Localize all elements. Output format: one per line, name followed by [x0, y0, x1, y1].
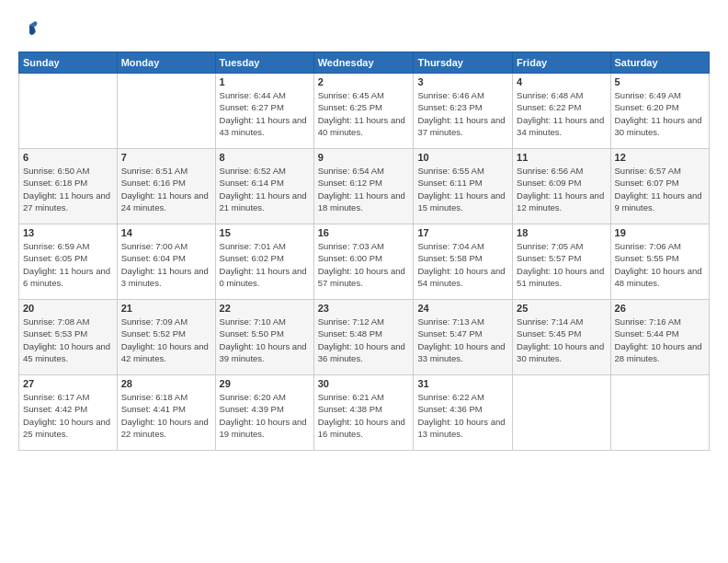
day-info: Sunrise: 7:05 AM Sunset: 5:57 PM Dayligh…	[517, 240, 606, 289]
day-info: Sunrise: 6:22 AM Sunset: 4:36 PM Dayligh…	[417, 391, 508, 440]
day-info: Sunrise: 7:04 AM Sunset: 5:58 PM Dayligh…	[417, 240, 508, 289]
calendar-cell: 24Sunrise: 7:13 AM Sunset: 5:47 PM Dayli…	[414, 300, 513, 375]
header	[18, 15, 710, 42]
day-info: Sunrise: 7:16 AM Sunset: 5:44 PM Dayligh…	[615, 316, 705, 364]
calendar-cell	[19, 74, 118, 149]
day-number: 3	[417, 76, 508, 87]
day-number: 19	[615, 227, 705, 238]
weekday-header-saturday: Saturday	[610, 52, 709, 74]
day-number: 13	[23, 227, 113, 238]
day-info: Sunrise: 7:00 AM Sunset: 6:04 PM Dayligh…	[121, 240, 211, 289]
calendar-cell: 17Sunrise: 7:04 AM Sunset: 5:58 PM Dayli…	[414, 224, 513, 300]
calendar-cell: 20Sunrise: 7:08 AM Sunset: 5:53 PM Dayli…	[19, 300, 118, 375]
calendar-cell: 7Sunrise: 6:51 AM Sunset: 6:16 PM Daylig…	[117, 149, 215, 224]
calendar-cell: 1Sunrise: 6:44 AM Sunset: 6:27 PM Daylig…	[215, 74, 313, 149]
day-number: 23	[318, 303, 410, 314]
calendar-cell: 11Sunrise: 6:56 AM Sunset: 6:09 PM Dayli…	[513, 149, 610, 224]
day-number: 8	[220, 152, 310, 163]
day-info: Sunrise: 7:06 AM Sunset: 5:55 PM Dayligh…	[615, 240, 705, 289]
calendar-cell: 25Sunrise: 7:14 AM Sunset: 5:45 PM Dayli…	[513, 300, 610, 375]
weekday-header-monday: Monday	[117, 52, 215, 74]
logo	[18, 18, 39, 42]
day-number: 16	[318, 227, 410, 238]
weekday-header-thursday: Thursday	[414, 52, 513, 74]
day-info: Sunrise: 6:57 AM Sunset: 6:07 PM Dayligh…	[615, 165, 705, 213]
week-row-2: 6Sunrise: 6:50 AM Sunset: 6:18 PM Daylig…	[19, 149, 710, 224]
day-number: 1	[220, 76, 310, 87]
calendar-cell: 13Sunrise: 6:59 AM Sunset: 6:05 PM Dayli…	[19, 224, 118, 300]
calendar-cell: 31Sunrise: 6:22 AM Sunset: 4:36 PM Dayli…	[414, 375, 513, 451]
day-number: 11	[517, 152, 606, 163]
day-info: Sunrise: 7:01 AM Sunset: 6:02 PM Dayligh…	[220, 240, 310, 289]
day-number: 22	[220, 303, 310, 314]
calendar-cell: 22Sunrise: 7:10 AM Sunset: 5:50 PM Dayli…	[215, 300, 313, 375]
day-number: 30	[318, 378, 410, 389]
day-info: Sunrise: 7:13 AM Sunset: 5:47 PM Dayligh…	[417, 316, 508, 364]
calendar-cell: 3Sunrise: 6:46 AM Sunset: 6:23 PM Daylig…	[414, 74, 513, 149]
day-number: 24	[417, 303, 508, 314]
day-info: Sunrise: 7:03 AM Sunset: 6:00 PM Dayligh…	[318, 240, 410, 289]
week-row-3: 13Sunrise: 6:59 AM Sunset: 6:05 PM Dayli…	[19, 224, 710, 300]
day-number: 12	[615, 152, 705, 163]
calendar-cell: 6Sunrise: 6:50 AM Sunset: 6:18 PM Daylig…	[19, 149, 118, 224]
calendar-cell	[117, 74, 215, 149]
day-number: 28	[121, 378, 211, 389]
day-info: Sunrise: 7:10 AM Sunset: 5:50 PM Dayligh…	[220, 316, 310, 364]
week-row-1: 1Sunrise: 6:44 AM Sunset: 6:27 PM Daylig…	[19, 74, 710, 149]
weekday-header-wednesday: Wednesday	[313, 52, 414, 74]
calendar-cell: 26Sunrise: 7:16 AM Sunset: 5:44 PM Dayli…	[610, 300, 709, 375]
day-info: Sunrise: 7:08 AM Sunset: 5:53 PM Dayligh…	[23, 316, 113, 364]
day-number: 15	[220, 227, 310, 238]
day-number: 27	[23, 378, 113, 389]
week-row-4: 20Sunrise: 7:08 AM Sunset: 5:53 PM Dayli…	[19, 300, 710, 375]
calendar-cell	[610, 375, 709, 451]
calendar-cell: 9Sunrise: 6:54 AM Sunset: 6:12 PM Daylig…	[313, 149, 414, 224]
day-info: Sunrise: 6:54 AM Sunset: 6:12 PM Dayligh…	[318, 165, 410, 213]
calendar-cell: 8Sunrise: 6:52 AM Sunset: 6:14 PM Daylig…	[215, 149, 313, 224]
weekday-header-row: SundayMondayTuesdayWednesdayThursdayFrid…	[19, 52, 710, 74]
page: SundayMondayTuesdayWednesdayThursdayFrid…	[0, 0, 728, 563]
day-info: Sunrise: 6:51 AM Sunset: 6:16 PM Dayligh…	[121, 165, 211, 213]
day-info: Sunrise: 7:14 AM Sunset: 5:45 PM Dayligh…	[517, 316, 606, 364]
day-info: Sunrise: 6:48 AM Sunset: 6:22 PM Dayligh…	[517, 89, 606, 138]
weekday-header-tuesday: Tuesday	[215, 52, 313, 74]
day-number: 25	[517, 303, 606, 314]
day-number: 9	[318, 152, 410, 163]
day-number: 4	[517, 76, 606, 87]
day-number: 10	[417, 152, 508, 163]
day-info: Sunrise: 6:20 AM Sunset: 4:39 PM Dayligh…	[220, 391, 310, 440]
calendar-cell: 21Sunrise: 7:09 AM Sunset: 5:52 PM Dayli…	[117, 300, 215, 375]
day-info: Sunrise: 6:21 AM Sunset: 4:38 PM Dayligh…	[318, 391, 410, 440]
day-number: 20	[23, 303, 113, 314]
day-info: Sunrise: 6:49 AM Sunset: 6:20 PM Dayligh…	[615, 89, 705, 138]
weekday-header-friday: Friday	[513, 52, 610, 74]
calendar-cell: 14Sunrise: 7:00 AM Sunset: 6:04 PM Dayli…	[117, 224, 215, 300]
logo-icon	[20, 20, 39, 39]
calendar-cell: 10Sunrise: 6:55 AM Sunset: 6:11 PM Dayli…	[414, 149, 513, 224]
day-number: 18	[517, 227, 606, 238]
calendar-cell: 5Sunrise: 6:49 AM Sunset: 6:20 PM Daylig…	[610, 74, 709, 149]
calendar-cell: 27Sunrise: 6:17 AM Sunset: 4:42 PM Dayli…	[19, 375, 118, 451]
calendar-cell: 15Sunrise: 7:01 AM Sunset: 6:02 PM Dayli…	[215, 224, 313, 300]
calendar-cell: 18Sunrise: 7:05 AM Sunset: 5:57 PM Dayli…	[513, 224, 610, 300]
day-info: Sunrise: 6:45 AM Sunset: 6:25 PM Dayligh…	[318, 89, 410, 138]
day-number: 6	[23, 152, 113, 163]
day-info: Sunrise: 6:59 AM Sunset: 6:05 PM Dayligh…	[23, 240, 113, 289]
calendar-cell: 2Sunrise: 6:45 AM Sunset: 6:25 PM Daylig…	[313, 74, 414, 149]
weekday-header-sunday: Sunday	[19, 52, 118, 74]
day-number: 7	[121, 152, 211, 163]
calendar-cell: 16Sunrise: 7:03 AM Sunset: 6:00 PM Dayli…	[313, 224, 414, 300]
day-info: Sunrise: 6:50 AM Sunset: 6:18 PM Dayligh…	[23, 165, 113, 213]
day-info: Sunrise: 6:44 AM Sunset: 6:27 PM Dayligh…	[220, 89, 310, 138]
calendar-cell: 30Sunrise: 6:21 AM Sunset: 4:38 PM Dayli…	[313, 375, 414, 451]
day-number: 29	[220, 378, 310, 389]
day-info: Sunrise: 6:17 AM Sunset: 4:42 PM Dayligh…	[23, 391, 113, 440]
day-info: Sunrise: 6:18 AM Sunset: 4:41 PM Dayligh…	[121, 391, 211, 440]
calendar-cell: 12Sunrise: 6:57 AM Sunset: 6:07 PM Dayli…	[610, 149, 709, 224]
day-info: Sunrise: 7:09 AM Sunset: 5:52 PM Dayligh…	[121, 316, 211, 364]
day-info: Sunrise: 6:56 AM Sunset: 6:09 PM Dayligh…	[517, 165, 606, 213]
calendar-cell: 4Sunrise: 6:48 AM Sunset: 6:22 PM Daylig…	[513, 74, 610, 149]
day-info: Sunrise: 6:46 AM Sunset: 6:23 PM Dayligh…	[417, 89, 508, 138]
day-info: Sunrise: 6:55 AM Sunset: 6:11 PM Dayligh…	[417, 165, 508, 213]
day-number: 2	[318, 76, 410, 87]
